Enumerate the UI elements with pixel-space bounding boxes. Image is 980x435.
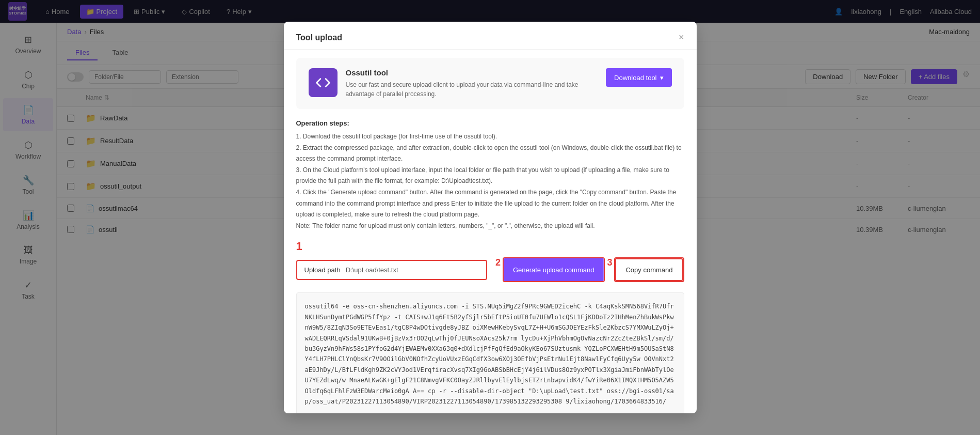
tool-card: Ossutil tool Use our fast and secure upl… — [296, 58, 684, 109]
modal-header: Tool upload × — [284, 22, 697, 50]
tool-description: Use our fast and secure upload client to… — [346, 80, 598, 99]
step3-number: 3 — [607, 257, 612, 268]
modal-overlay[interactable]: Tool upload × Ossutil tool Use our fast … — [0, 0, 980, 435]
step-line-4: 4. Click the "Generate upload command" b… — [296, 187, 684, 221]
steps-section: Operation steps: 1. Download the ossutil… — [284, 117, 697, 240]
step-line-3: 3. On the Cloud platform's tool upload i… — [296, 165, 684, 187]
upload-path-label: Upload path — [304, 266, 341, 274]
command-box: ossutil64 -e oss-cn-shenzhen.aliyuncs.co… — [296, 292, 684, 413]
ossutil-tool-icon — [309, 68, 338, 97]
steps-text: 1. Download the ossutil tool package (fo… — [296, 131, 684, 231]
step-line-2: 2. Extract the compressed package, and a… — [296, 143, 684, 165]
steps-label: Operation steps: — [296, 119, 684, 127]
tool-name: Ossutil tool — [346, 68, 598, 77]
chevron-down-icon-dl: ▾ — [660, 74, 664, 82]
step2-number: 2 — [495, 257, 501, 268]
modal-title: Tool upload — [296, 33, 342, 42]
tool-upload-modal: Tool upload × Ossutil tool Use our fast … — [284, 22, 697, 413]
step1-number: 1 — [296, 240, 684, 253]
step-note: Note: The folder name for upload must on… — [296, 221, 684, 232]
tool-info: Ossutil tool Use our fast and secure upl… — [346, 68, 598, 99]
step-line-1: 1. Download the ossutil tool package (fo… — [296, 131, 684, 143]
modal-close-button[interactable]: × — [679, 32, 684, 43]
copy-command-button[interactable]: Copy command — [615, 258, 683, 281]
upload-path-value: D:\upLoad\test.txt — [346, 266, 398, 274]
generate-upload-command-button[interactable]: Generate upload command — [504, 258, 604, 281]
code-icon — [315, 75, 331, 90]
upload-path-box: Upload path D:\upLoad\test.txt — [296, 260, 487, 280]
upload-section: 1 Upload path D:\upLoad\test.txt 2 Gener… — [284, 240, 697, 290]
download-tool-button[interactable]: Download tool ▾ — [606, 68, 671, 87]
